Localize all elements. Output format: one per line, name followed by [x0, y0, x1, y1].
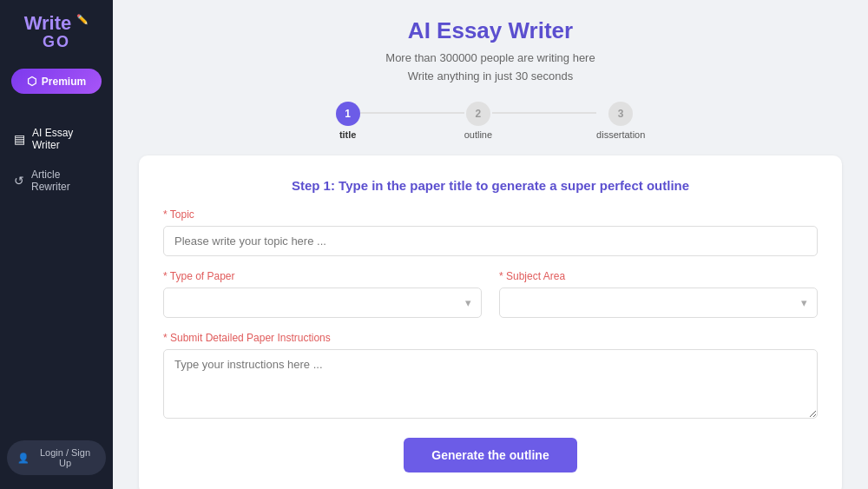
- page-header: AI Essay Writer More than 300000 people …: [139, 17, 842, 86]
- nav-label-essay: AI Essay Writer: [32, 127, 99, 151]
- step-3-label: dissertation: [596, 129, 645, 140]
- type-of-paper-col: * Type of Paper: [163, 270, 482, 332]
- generate-outline-button[interactable]: Generate the outline: [404, 438, 577, 472]
- steps-container: 1 title 2 outline 3 dissertation: [139, 102, 842, 140]
- instructions-group: * Submit Detailed Paper Instructions: [163, 332, 818, 422]
- page-subtitle-line1: More than 300000 people are writing here: [139, 50, 842, 68]
- type-required-star: *: [163, 270, 170, 282]
- subject-area-col: * Subject Area: [499, 270, 818, 332]
- login-label: Login / Sign Up: [35, 447, 95, 468]
- type-of-paper-select[interactable]: [163, 287, 482, 318]
- subject-area-label: * Subject Area: [499, 270, 818, 282]
- step-2-label: outline: [464, 129, 492, 140]
- type-of-paper-label: * Type of Paper: [163, 270, 482, 282]
- instructions-required-star: *: [163, 332, 170, 344]
- subject-required-star: *: [499, 270, 506, 282]
- logo-text: Write ✏️: [24, 14, 89, 33]
- premium-label: Premium: [42, 76, 86, 88]
- step-1-label: title: [339, 129, 357, 140]
- subject-area-group: * Subject Area: [499, 270, 818, 318]
- type-label-text: Type of Paper: [170, 270, 235, 282]
- step-connector-1: [360, 112, 464, 114]
- instructions-label-text: Submit Detailed Paper Instructions: [170, 332, 331, 344]
- topic-label-text: Topic: [170, 208, 194, 221]
- logo-go: GO: [43, 33, 70, 51]
- sidebar-item-article-rewriter[interactable]: ↺ Article Rewriter: [0, 160, 113, 202]
- subject-area-select[interactable]: [499, 287, 818, 318]
- sidebar-item-ai-essay-writer[interactable]: ▤ AI Essay Writer: [0, 118, 113, 160]
- type-of-paper-select-wrapper: [163, 287, 482, 318]
- login-button[interactable]: 👤 Login / Sign Up: [7, 440, 106, 475]
- topic-input[interactable]: [163, 226, 818, 256]
- sidebar-bottom: 👤 Login / Sign Up: [0, 440, 113, 475]
- form-card: Step 1: Type in the paper title to gener…: [139, 155, 842, 489]
- topic-label: * Topic: [163, 208, 818, 221]
- instructions-textarea[interactable]: [163, 349, 818, 419]
- type-of-paper-group: * Type of Paper: [163, 270, 482, 318]
- step-3: 3 dissertation: [596, 102, 645, 140]
- sidebar: Write ✏️ GO ⬡ Premium ▤ AI Essay Writer …: [0, 0, 113, 489]
- step-3-circle: 3: [608, 102, 633, 126]
- user-icon: 👤: [17, 453, 30, 464]
- topic-required-star: *: [163, 208, 170, 221]
- premium-button[interactable]: ⬡ Premium: [11, 69, 102, 94]
- step-connector-2: [492, 112, 596, 114]
- subject-label-text: Subject Area: [506, 270, 565, 282]
- step-2-circle: 2: [466, 102, 490, 126]
- rewriter-icon: ↺: [14, 174, 24, 188]
- step-title: Step 1: Type in the paper title to gener…: [163, 178, 818, 193]
- step-1-circle: 1: [336, 102, 360, 126]
- paper-subject-row: * Type of Paper * Subject Area: [163, 270, 818, 332]
- main-content: AI Essay Writer More than 300000 people …: [113, 0, 868, 489]
- page-title: AI Essay Writer: [139, 17, 842, 44]
- star-icon: ⬡: [27, 75, 36, 88]
- page-subtitle-line2: Write anything in just 30 seconds: [139, 68, 842, 86]
- step-1: 1 title: [336, 102, 360, 140]
- topic-group: * Topic: [163, 208, 818, 256]
- logo-area: Write ✏️ GO: [24, 14, 89, 51]
- subject-area-select-wrapper: [499, 287, 818, 318]
- step-2: 2 outline: [464, 102, 492, 140]
- nav-label-rewriter: Article Rewriter: [31, 169, 99, 193]
- instructions-label: * Submit Detailed Paper Instructions: [163, 332, 818, 344]
- logo-write: Write: [24, 12, 72, 34]
- essay-icon: ▤: [14, 132, 25, 146]
